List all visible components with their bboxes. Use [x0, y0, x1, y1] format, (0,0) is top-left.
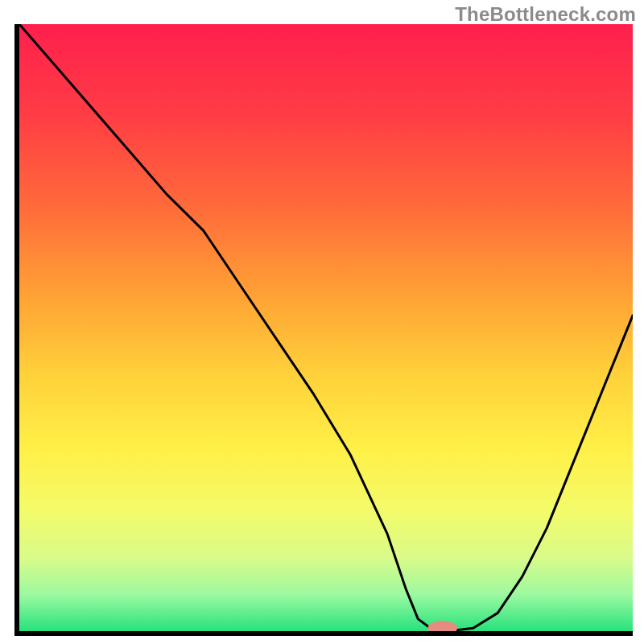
chart-canvas [14, 24, 633, 636]
y-axis [14, 24, 19, 636]
bottleneck-chart [14, 24, 633, 636]
x-axis [14, 631, 633, 636]
watermark: TheBottleneck.com [455, 3, 636, 26]
